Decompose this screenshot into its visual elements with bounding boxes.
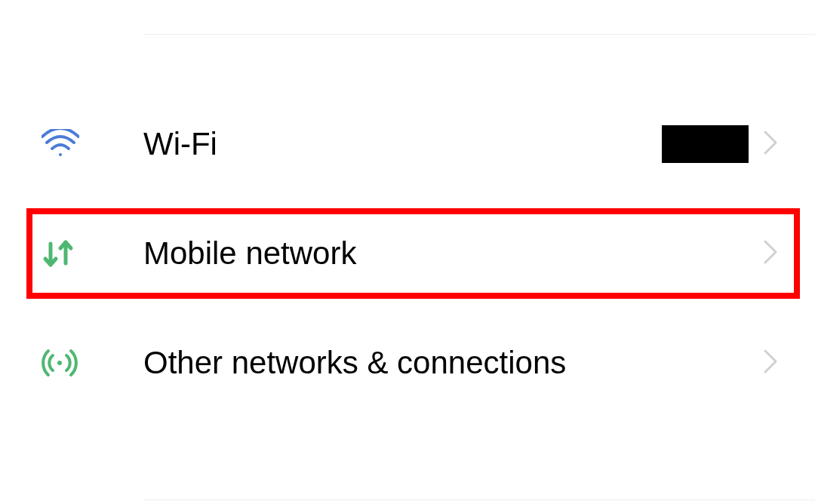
- settings-item-other-networks[interactable]: Other networks & connections: [0, 318, 815, 408]
- redacted-value: [662, 125, 749, 163]
- settings-item-label: Wi-Fi: [143, 126, 662, 162]
- settings-list: Wi-Fi Mobile network: [0, 35, 815, 499]
- settings-item-mobile-network[interactable]: Mobile network: [26, 208, 800, 299]
- wifi-icon: [42, 129, 87, 159]
- wifi-value: [662, 125, 777, 163]
- chevron-wrap: [764, 349, 777, 376]
- chevron-wrap: [764, 240, 777, 267]
- chevron-right-icon: [764, 131, 777, 158]
- settings-item-label: Mobile network: [143, 235, 764, 272]
- mobile-data-icon: [42, 238, 87, 269]
- chevron-right-icon: [764, 349, 777, 376]
- hotspot-icon: [42, 345, 87, 381]
- settings-item-label: Other networks & connections: [143, 345, 764, 381]
- settings-item-wifi[interactable]: Wi-Fi: [0, 99, 815, 189]
- chevron-right-icon: [764, 240, 777, 267]
- settings-container: Wi-Fi Mobile network: [0, 0, 815, 504]
- svg-point-0: [57, 361, 62, 365]
- divider: [143, 499, 815, 500]
